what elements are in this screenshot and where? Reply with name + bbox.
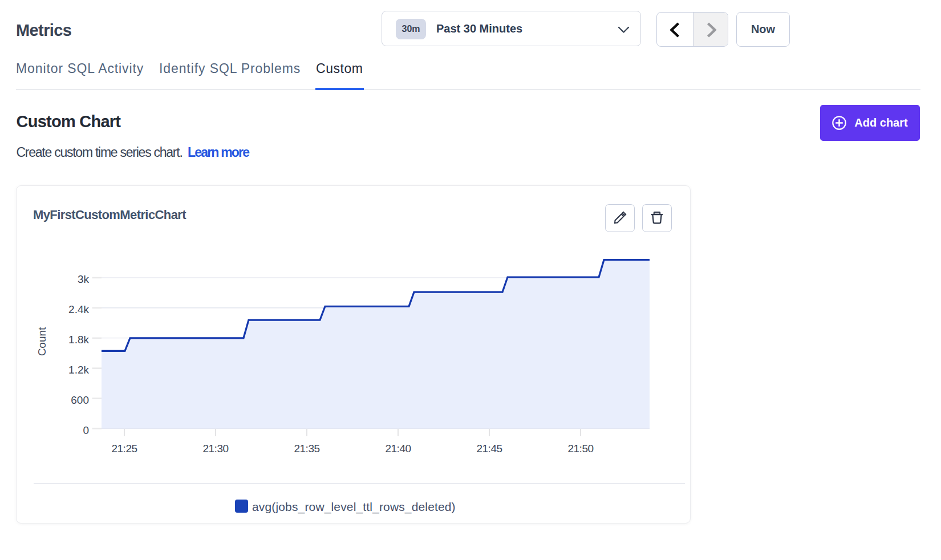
svg-text:21:30: 21:30: [202, 443, 228, 455]
svg-text:2.4k: 2.4k: [68, 303, 89, 315]
svg-text:21:50: 21:50: [567, 443, 593, 455]
svg-text:21:40: 21:40: [385, 443, 411, 455]
svg-text:3k: 3k: [78, 273, 90, 285]
svg-text:21:25: 21:25: [111, 443, 137, 455]
svg-text:21:35: 21:35: [294, 443, 319, 455]
svg-text:0: 0: [83, 424, 89, 436]
svg-text:21:45: 21:45: [476, 443, 502, 455]
svg-text:1.8k: 1.8k: [68, 334, 89, 346]
svg-text:1.2k: 1.2k: [68, 364, 89, 376]
svg-text:Count: Count: [36, 327, 48, 356]
svg-text:600: 600: [71, 394, 89, 406]
